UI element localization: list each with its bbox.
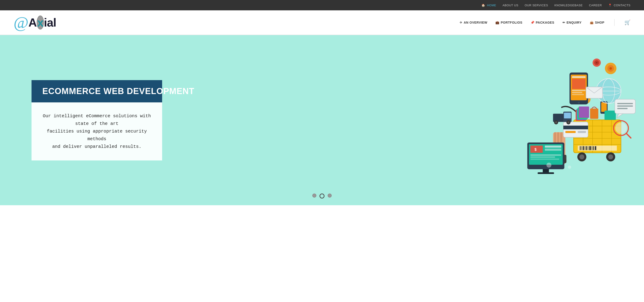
svg-point-88 <box>568 121 570 123</box>
svg-rect-65 <box>572 90 586 91</box>
svg-rect-15 <box>582 146 582 150</box>
top-nav-about[interactable]: ABOUT US <box>502 3 518 7</box>
svg-point-80 <box>615 122 627 134</box>
svg-point-90 <box>568 166 571 169</box>
nav-divider <box>614 19 614 26</box>
logo[interactable]: @ Axial <box>14 14 56 31</box>
svg-rect-45 <box>530 156 555 158</box>
svg-rect-63 <box>572 76 586 78</box>
svg-rect-20 <box>589 146 591 150</box>
svg-point-86 <box>555 121 557 123</box>
svg-point-12 <box>608 154 613 159</box>
portfolios-icon: 💼 <box>496 21 500 24</box>
packages-icon: 📌 <box>530 21 534 24</box>
overview-icon: ✈ <box>460 21 462 24</box>
svg-rect-30 <box>601 102 607 112</box>
hero-desc-box: Our intelligent eCommerce solutions with… <box>32 102 162 160</box>
svg-rect-16 <box>583 146 584 150</box>
svg-rect-17 <box>585 146 586 150</box>
svg-rect-43 <box>545 149 561 151</box>
svg-rect-23 <box>595 146 596 150</box>
top-nav-services[interactable]: OUR SERVICES <box>525 3 548 7</box>
main-nav: ✈ AN OVERVIEW 💼 PORTFOLIOS 📌 PACKAGES ✏ … <box>460 19 630 26</box>
svg-rect-21 <box>592 146 592 150</box>
svg-rect-14 <box>580 146 581 150</box>
hero-title-box: ECOMMERCE WEB DEVELOPMENT <box>32 80 162 102</box>
svg-rect-76 <box>564 126 588 129</box>
svg-rect-22 <box>593 146 594 150</box>
nav-portfolios[interactable]: 💼 PORTFOLIOS <box>496 21 522 24</box>
svg-rect-64 <box>572 79 586 89</box>
svg-point-60 <box>596 62 598 63</box>
svg-rect-44 <box>530 154 561 156</box>
svg-text:$: $ <box>534 147 536 151</box>
shop-icon: 👜 <box>590 21 594 24</box>
svg-line-81 <box>626 133 631 138</box>
svg-rect-66 <box>572 92 582 93</box>
svg-point-10 <box>579 154 584 159</box>
svg-rect-42 <box>545 146 561 148</box>
svg-rect-48 <box>543 169 549 172</box>
slider-dot-1[interactable] <box>312 194 316 198</box>
svg-rect-78 <box>578 131 586 133</box>
svg-rect-74 <box>617 108 628 109</box>
ecommerce-illustration: $ <box>496 40 640 184</box>
hero-title: ECOMMERCE WEB DEVELOPMENT <box>42 86 151 96</box>
svg-marker-71 <box>617 114 623 118</box>
svg-rect-49 <box>538 172 554 174</box>
location-icon: 📍 <box>608 3 612 7</box>
svg-rect-46 <box>530 158 559 160</box>
hero-section: ECOMMERCE WEB DEVELOPMENT Our intelligen… <box>0 35 644 205</box>
top-nav-knowledgebase[interactable]: KNOWLEDGEBASE <box>554 3 583 7</box>
svg-rect-67 <box>572 94 584 95</box>
svg-rect-27 <box>579 106 589 118</box>
cart-button[interactable]: 🛒 <box>624 19 630 25</box>
logo-name: Axial <box>28 16 56 29</box>
svg-point-89 <box>546 163 552 168</box>
enquiry-icon: ✏ <box>562 21 566 24</box>
slider-dot-2[interactable] <box>320 194 324 199</box>
hero-content: ECOMMERCE WEB DEVELOPMENT Our intelligen… <box>32 80 162 160</box>
svg-rect-28 <box>590 108 598 119</box>
slider-dot-3[interactable] <box>328 194 332 198</box>
svg-rect-73 <box>617 106 633 107</box>
svg-rect-32 <box>604 110 616 120</box>
nav-shop[interactable]: 👜 SHOP <box>590 21 604 24</box>
svg-point-57 <box>610 67 612 70</box>
top-nav-home[interactable]: 🏠 HOME <box>482 3 496 7</box>
logo-at-symbol: @ <box>14 14 28 31</box>
top-nav: 🏠 HOME ABOUT US OUR SERVICES KNOWLEDGEBA… <box>482 3 630 7</box>
nav-overview[interactable]: ✈ AN OVERVIEW <box>460 21 487 24</box>
svg-rect-77 <box>566 131 576 133</box>
svg-rect-19 <box>588 146 588 150</box>
nav-packages[interactable]: 📌 PACKAGES <box>530 21 554 24</box>
svg-point-68 <box>578 102 580 104</box>
hero-description: Our intelligent eCommerce solutions with… <box>42 112 151 151</box>
top-nav-contacts[interactable]: 📍 CONTACTS <box>608 3 630 7</box>
svg-rect-84 <box>564 113 571 119</box>
svg-rect-72 <box>617 103 633 104</box>
top-bar: 🏠 HOME ABOUT US OUR SERVICES KNOWLEDGEBA… <box>0 0 644 10</box>
home-icon: 🏠 <box>482 3 485 7</box>
slider-dots <box>312 194 332 199</box>
nav-enquiry[interactable]: ✏ ENQUIRY <box>562 21 582 24</box>
top-nav-career[interactable]: CAREER <box>589 3 602 7</box>
hero-illustration: $ <box>290 35 644 205</box>
svg-rect-18 <box>586 146 587 150</box>
svg-rect-75 <box>564 122 588 137</box>
main-header: @ Axial ✈ AN OVERVIEW 💼 PORTFOLIOS 📌 PAC… <box>0 10 644 35</box>
